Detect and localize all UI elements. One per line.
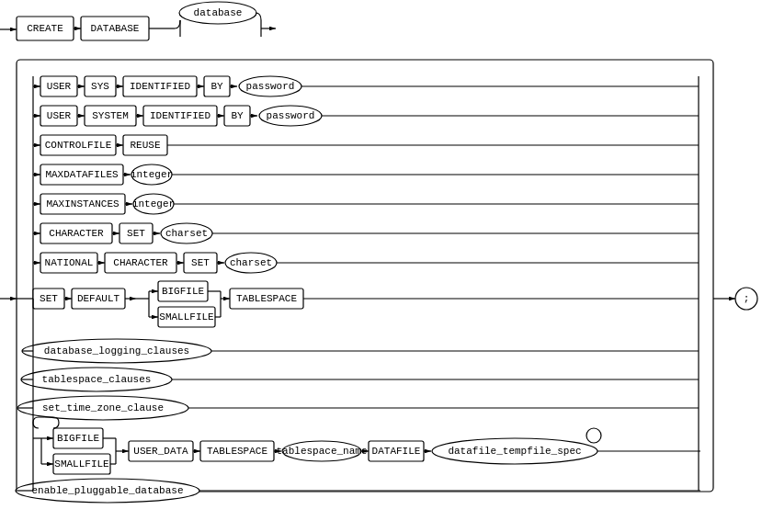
bigfile2-label: BIGFILE — [57, 433, 100, 444]
database-term-label: database — [194, 7, 243, 18]
user-data-label: USER_DATA — [133, 446, 188, 457]
maxdatafiles-label: MAXDATAFILES — [45, 169, 119, 180]
set1-label: SET — [127, 228, 145, 239]
user1-label: USER — [47, 81, 72, 92]
default-label: DEFAULT — [77, 293, 120, 304]
identified1-label: IDENTIFIED — [130, 81, 190, 92]
tablespace1-label: TABLESPACE — [236, 293, 297, 304]
identified2-label: IDENTIFIED — [150, 110, 210, 121]
maxinstances-label: MAXINSTANCES — [46, 198, 119, 209]
set2-label: SET — [191, 257, 210, 268]
smallfile1-label: SMALLFILE — [159, 311, 214, 323]
reuse-label: REUSE — [130, 140, 160, 151]
smallfile2-label: SMALLFILE — [54, 458, 109, 470]
bigfile1-label: BIGFILE — [162, 286, 205, 297]
loop-circle — [586, 428, 601, 443]
character2-label: CHARACTER — [113, 257, 168, 268]
diagram-container: CREATE DATABASE database USER SYS IDENTI… — [0, 0, 762, 532]
character1-label: CHARACTER — [49, 228, 104, 239]
enable-plug-label: enable_pluggable_database — [31, 485, 183, 496]
national-label: NATIONAL — [45, 257, 94, 268]
by2-label: BY — [231, 110, 244, 121]
sys-label: SYS — [91, 81, 109, 92]
curve-up — [175, 20, 180, 28]
create-label: CREATE — [27, 23, 63, 34]
tz-clause-label: set_time_zone_clause — [42, 402, 164, 413]
user2-label: USER — [47, 110, 72, 121]
datafile-label: DATAFILE — [372, 446, 421, 457]
charset1-label: charset — [165, 228, 208, 239]
system-label: SYSTEM — [92, 110, 129, 121]
tablespace2-label: TABLESPACE — [207, 446, 267, 457]
ts-clauses-label: tablespace_clauses — [42, 374, 152, 385]
database-kw-label: DATABASE — [91, 23, 140, 34]
set3-label: SET — [40, 293, 58, 304]
integer1-label: integer — [131, 169, 173, 180]
loop-back-arc — [33, 417, 59, 428]
by1-label: BY — [210, 81, 223, 92]
password1-label: password — [246, 81, 295, 92]
controlfile-label: CONTROLFILE — [45, 140, 112, 151]
semicolon-label: ; — [744, 293, 750, 304]
integer2-label: integer — [132, 198, 175, 209]
charset2-label: charset — [230, 257, 272, 268]
datafile-spec-label: datafile_tempfile_spec — [448, 446, 581, 457]
ts-name-label: tablespace_name — [276, 446, 367, 457]
password2-label: password — [267, 110, 315, 121]
db-logging-label: database_logging_clauses — [44, 345, 189, 357]
